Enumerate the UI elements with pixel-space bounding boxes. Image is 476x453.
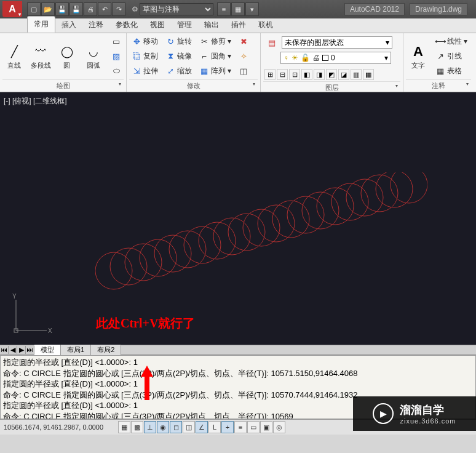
panel-draw-title[interactable]: 绘图 xyxy=(2,79,124,92)
leader-button[interactable]: ↗引线 xyxy=(433,49,470,63)
tab-online[interactable]: 联机 xyxy=(252,17,279,33)
panel-layers: ▤ 未保存的图层状态▾ ♀☀🔓🖨 0▾ ⊞ ⊟ ⊡ ◧ ◨ ◩ ◪ xyxy=(261,33,403,92)
quick-access-toolbar: ▢ 📂 💾 💾 🖨 ↶ ↷ xyxy=(27,2,125,16)
text-button[interactable]: A文字 xyxy=(406,34,430,78)
ribbon: ╱直线 〰多段线 ◯圆 ◡圆弧 ▭ ▨ ⬭ 绘图 ✥移动 ⿻复制 ⇲拉伸 ↻旋转… xyxy=(0,33,476,92)
layer-tool5[interactable]: ◨ xyxy=(314,69,325,80)
svg-text:X: X xyxy=(48,327,52,334)
panel-modify: ✥移动 ⿻复制 ⇲拉伸 ↻旋转 ⧗镜像 ⤢缩放 ✂修剪▾ ⌐圆角▾ ▦阵列▾ ✖… xyxy=(127,33,261,92)
workspace-switcher[interactable]: ⚙ 草图与注释 xyxy=(132,3,213,15)
panel-modify-title[interactable]: 修改 xyxy=(129,79,258,92)
svg-text:Y: Y xyxy=(12,293,17,300)
status-lwt[interactable]: ≡ xyxy=(234,421,247,433)
polyline-button[interactable]: 〰多段线 xyxy=(29,34,53,78)
tab-nav-first[interactable]: ⏮ xyxy=(0,346,9,354)
status-tpy[interactable]: ▭ xyxy=(247,421,260,433)
tab-manage[interactable]: 管理 xyxy=(171,17,198,33)
tab-layout1[interactable]: 布局1 xyxy=(61,345,91,355)
copy-button[interactable]: ⿻复制 xyxy=(129,49,161,63)
circle-button[interactable]: ◯圆 xyxy=(55,34,79,78)
stretch-button[interactable]: ⇲拉伸 xyxy=(129,64,161,78)
qat-redo-icon[interactable]: ↷ xyxy=(112,2,125,16)
erase-button[interactable]: ✖ xyxy=(236,34,251,48)
offset-button[interactable]: ◫ xyxy=(236,64,251,78)
tab-insert[interactable]: 插入 xyxy=(55,17,82,33)
tab-layout2[interactable]: 布局2 xyxy=(91,345,121,355)
status-3dosnap[interactable]: ◫ xyxy=(183,421,195,433)
app-name-label: AutoCAD 2012 xyxy=(344,3,405,15)
layer-tool2[interactable]: ⊟ xyxy=(277,69,288,80)
viewport-label[interactable]: [-] [俯视] [二维线框] xyxy=(4,96,67,106)
layer-tool4[interactable]: ◧ xyxy=(301,69,312,80)
status-snap[interactable]: ▦ xyxy=(118,421,130,433)
layer-current-dropdown[interactable]: ♀☀🔓🖨 0▾ xyxy=(280,52,391,64)
rotate-button[interactable]: ↻旋转 xyxy=(163,34,194,48)
fillet-button[interactable]: ⌐圆角▾ xyxy=(197,49,234,63)
drawing-content xyxy=(95,172,427,295)
layer-tool1[interactable]: ⊞ xyxy=(264,69,276,80)
qat-print-icon[interactable]: 🖨 xyxy=(84,2,97,16)
drawing-area[interactable]: [-] [俯视] [二维线框] 此处Ctrl+V就行了 Y X xyxy=(0,92,476,345)
arc-button[interactable]: ◡圆弧 xyxy=(81,34,105,78)
overlay-annotation: 此处Ctrl+V就行了 xyxy=(96,315,195,332)
layer-tool7[interactable]: ◪ xyxy=(338,69,349,80)
coordinates-display[interactable]: 10566.1674, 91461.2987, 0.0000 xyxy=(4,423,114,431)
rectangle-button[interactable]: ▭ xyxy=(109,34,124,48)
layer-tool8[interactable]: ▥ xyxy=(351,69,362,80)
tab-parametric[interactable]: 参数化 xyxy=(109,17,144,33)
qat-save-icon[interactable]: 💾 xyxy=(55,2,69,16)
qat-extra2-icon[interactable]: ▦ xyxy=(231,2,245,16)
table-button[interactable]: ▦表格 xyxy=(433,64,470,78)
explode-button[interactable]: ✧ xyxy=(236,49,251,63)
status-ortho[interactable]: ⊥ xyxy=(144,421,156,433)
mirror-button[interactable]: ⧗镜像 xyxy=(163,49,194,63)
layer-state-dropdown[interactable]: 未保存的图层状态▾ xyxy=(282,36,392,49)
qat-extra1-icon[interactable]: ≡ xyxy=(217,2,231,16)
workspace-select[interactable]: 草图与注释 xyxy=(140,3,213,15)
move-button[interactable]: ✥移动 xyxy=(129,34,161,48)
layer-tool3[interactable]: ⊡ xyxy=(289,69,300,80)
panel-draw: ╱直线 〰多段线 ◯圆 ◡圆弧 ▭ ▨ ⬭ 绘图 xyxy=(0,33,127,92)
tab-nav-last[interactable]: ⏭ xyxy=(26,346,34,354)
status-polar[interactable]: ◉ xyxy=(157,421,169,433)
layout-tabs: ⏮ ◀ ▶ ⏭ 模型 布局1 布局2 xyxy=(0,345,476,355)
qat-extra3-icon[interactable]: ▾ xyxy=(245,2,259,16)
ellipse-button[interactable]: ⬭ xyxy=(109,64,124,78)
trim-button[interactable]: ✂修剪▾ xyxy=(197,34,234,48)
scale-button[interactable]: ⤢缩放 xyxy=(163,64,194,78)
status-osnap[interactable]: ◻ xyxy=(170,421,182,433)
tab-view[interactable]: 视图 xyxy=(144,17,171,33)
app-menu-button[interactable]: A xyxy=(2,1,22,17)
tab-output[interactable]: 输出 xyxy=(198,17,225,33)
status-qp[interactable]: ▣ xyxy=(260,421,272,433)
panel-annotate-title[interactable]: 注释 xyxy=(406,79,471,92)
line-button[interactable]: ╱直线 xyxy=(2,34,26,78)
array-button[interactable]: ▦阵列▾ xyxy=(197,64,234,78)
watermark-sub: zixue.3d66.com xyxy=(400,417,456,425)
status-dyn[interactable]: + xyxy=(221,421,234,433)
qat-undo-icon[interactable]: ↶ xyxy=(98,2,111,16)
layer-properties-button[interactable]: ▤ xyxy=(264,36,279,49)
status-ducs[interactable]: L xyxy=(208,421,221,433)
qat-saveas-icon[interactable]: 💾 xyxy=(69,2,83,16)
tab-annotate[interactable]: 注释 xyxy=(82,17,109,33)
panel-annotate: A文字 ⟷线性▾ ↗引线 ▦表格 注释 xyxy=(403,33,474,92)
cmd-history-line: 指定圆的半径或 [直径(D)] <1.0000>: 1 xyxy=(3,379,473,390)
status-otrack[interactable]: ∠ xyxy=(196,421,208,433)
layer-tool9[interactable]: ▦ xyxy=(363,69,374,80)
status-sc[interactable]: ◎ xyxy=(273,421,285,433)
ucs-icon: Y X xyxy=(10,294,53,339)
panel-layers-title[interactable]: 图层 xyxy=(263,81,400,94)
hatch-button[interactable]: ▨ xyxy=(109,49,124,63)
tab-home[interactable]: 常用 xyxy=(27,16,55,33)
layer-tool6[interactable]: ◩ xyxy=(326,69,337,80)
tab-nav-next[interactable]: ▶ xyxy=(17,346,26,354)
tab-model[interactable]: 模型 xyxy=(34,345,61,355)
linear-dim-button[interactable]: ⟷线性▾ xyxy=(433,34,470,48)
tab-plugins[interactable]: 插件 xyxy=(225,17,252,33)
title-bar: A ▢ 📂 💾 💾 🖨 ↶ ↷ ⚙ 草图与注释 ≡ ▦ ▾ AutoCAD 20… xyxy=(0,0,476,18)
qat-new-icon[interactable]: ▢ xyxy=(27,2,41,16)
qat-open-icon[interactable]: 📂 xyxy=(41,2,55,16)
status-grid[interactable]: ▩ xyxy=(131,421,143,433)
tab-nav-prev[interactable]: ◀ xyxy=(9,346,17,354)
